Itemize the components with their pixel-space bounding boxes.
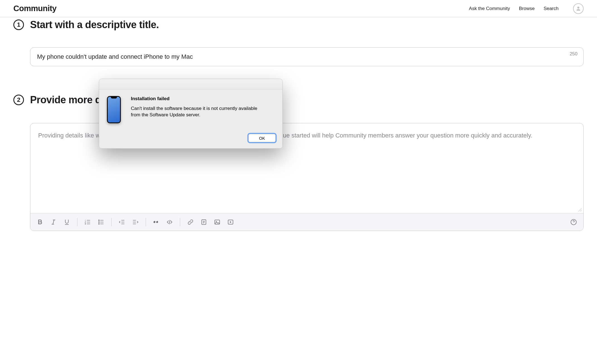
ok-button[interactable]: OK [248, 134, 276, 142]
code-icon [166, 218, 173, 226]
image-icon [214, 218, 221, 226]
nav-ask-community[interactable]: Ask the Community [469, 6, 510, 11]
bold-icon [36, 218, 44, 226]
nav-browse[interactable]: Browse [519, 6, 535, 11]
indent-button[interactable] [131, 217, 140, 227]
dialog-message: Can't install the software because it is… [131, 105, 267, 118]
video-icon [227, 218, 234, 226]
toolbar-separator [180, 218, 180, 226]
italic-button[interactable] [49, 217, 58, 227]
outdent-button[interactable] [117, 217, 127, 227]
top-nav: Ask the Community Browse Search [469, 3, 584, 14]
step1-header: 1 Start with a descriptive title. [13, 19, 584, 31]
main-content: 1 Start with a descriptive title. 250 2 … [0, 19, 597, 248]
dialog-title: Installation failed [131, 96, 267, 102]
svg-point-1 [99, 222, 99, 223]
step1-number: 1 [13, 19, 24, 30]
dialog-body: Installation failed Can't install the so… [99, 89, 282, 129]
underline-icon [63, 218, 70, 226]
italic-icon [50, 218, 57, 226]
image-button[interactable] [212, 217, 222, 227]
note-button[interactable] [199, 217, 209, 227]
dialog-text: Installation failed Can't install the so… [131, 96, 267, 123]
brand-title: Community [13, 4, 57, 13]
unordered-list-button[interactable] [96, 217, 106, 227]
toolbar-separator [146, 218, 146, 226]
top-bar: Community Ask the Community Browse Searc… [0, 0, 597, 17]
toolbar-separator [111, 218, 112, 226]
person-icon [575, 6, 581, 12]
video-button[interactable] [226, 217, 235, 227]
user-avatar[interactable] [573, 3, 584, 14]
editor-toolbar [30, 213, 583, 231]
dialog-titlebar[interactable] [99, 79, 282, 89]
step1-title: Start with a descriptive title. [30, 19, 159, 31]
resize-handle-icon[interactable] [578, 208, 582, 212]
help-icon [570, 218, 577, 226]
note-icon [200, 218, 207, 226]
help-button[interactable] [569, 217, 578, 227]
char-remaining: 250 [570, 51, 578, 57]
installation-failed-dialog: Installation failed Can't install the so… [99, 79, 283, 149]
nav-search[interactable]: Search [544, 6, 559, 11]
quote-icon [153, 218, 160, 226]
title-field-wrap: 250 [30, 47, 584, 66]
svg-point-0 [99, 220, 99, 221]
outdent-icon [118, 218, 126, 226]
underline-button[interactable] [62, 217, 72, 227]
quote-button[interactable] [151, 217, 161, 227]
code-button[interactable] [165, 217, 174, 227]
ordered-list-button[interactable] [83, 217, 92, 227]
link-icon [187, 218, 194, 226]
dialog-actions: OK [99, 129, 282, 148]
ordered-list-icon [84, 218, 91, 226]
question-title-input[interactable] [30, 47, 584, 66]
indent-icon [132, 218, 139, 226]
svg-point-2 [99, 223, 99, 224]
link-button[interactable] [186, 217, 195, 227]
iphone-icon [107, 96, 121, 123]
step2-number: 2 [13, 95, 24, 105]
toolbar-separator [77, 218, 77, 226]
unordered-list-icon [97, 218, 105, 226]
svg-rect-4 [215, 220, 219, 224]
bold-button[interactable] [35, 217, 45, 227]
